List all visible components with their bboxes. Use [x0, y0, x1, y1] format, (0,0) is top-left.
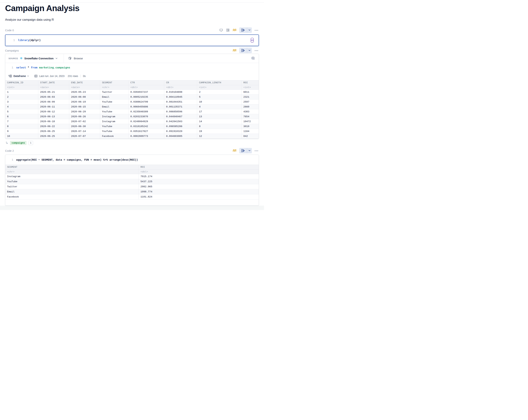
table-cell: 2321 [241, 95, 259, 100]
table-cell: Twitter [5, 184, 139, 189]
output-type-label: Dataframe [13, 75, 26, 78]
table-cell: 0.0235848389 [129, 109, 164, 114]
last-run-icon [34, 74, 38, 78]
column-header: SEGMENT [5, 165, 139, 170]
table-cell: 5437.225 [139, 179, 259, 184]
output-count-badge[interactable]: 1 [28, 141, 33, 145]
last-run-label: Last run: Jun 14, 2023 [39, 75, 64, 78]
table-cell: 0.001135371 [164, 104, 197, 109]
table-cell: 2020-06-15 [69, 104, 100, 109]
connection-name: Snowflake Connection [24, 57, 54, 60]
code0-code: library(dplyr) [18, 39, 41, 42]
table-cell: 10 [197, 100, 241, 104]
table-cell: 1101.824 [139, 194, 259, 199]
table-cell: 2020-06-18 [38, 119, 69, 124]
column-type: <date> [38, 85, 69, 90]
table-cell: 10472 [241, 119, 259, 124]
code-token [29, 66, 31, 69]
column-header: ROI [241, 80, 259, 85]
code2-editor-area: 1 aggregate(ROI ~ SEGMENT, data = campai… [5, 155, 259, 165]
table-row: 72020-06-182020-07-02Instagram0.02480649… [5, 119, 259, 124]
code-token: aggregate(ROI ~ SEGMENT, data = campaign… [16, 159, 138, 161]
browse-icon [68, 57, 72, 60]
table-cell: 2020-07-07 [69, 134, 100, 139]
run-button-group [239, 27, 252, 33]
page-title: Campaign Analysis [5, 3, 79, 13]
table-cell: Facebook [5, 194, 139, 199]
snowflake-icon: ❄ [20, 57, 22, 60]
table-cell: 5 [5, 109, 38, 114]
cell-label-code0: Code 0 [5, 29, 14, 32]
table-cell: 3010 [241, 124, 259, 129]
magic-icon[interactable] [233, 28, 237, 32]
layout-icon[interactable] [226, 28, 230, 32]
table-cell: 0.0248064929 [129, 119, 164, 124]
more-icon[interactable]: ••• [254, 49, 259, 52]
table-cell: 0.0351617027 [129, 129, 164, 134]
table-cell: Instagram [100, 114, 129, 119]
run-duration: 0s [83, 75, 86, 78]
sql-code: select * from marketing.campaigns [16, 66, 70, 69]
column-header: CAMPAIGN_ID [5, 80, 38, 85]
more-icon[interactable]: ••• [254, 29, 259, 32]
code0-toolbar: ••• [219, 27, 259, 33]
table-cell: 10 [5, 134, 38, 139]
run-options-chevron-down-icon[interactable] [247, 48, 252, 53]
table-row: CAMPAIGN_IDSTART_DATEEND_DATESEGMENTCTRC… [5, 80, 259, 85]
last-run-info: Last run: Jun 14, 2023 [34, 74, 64, 78]
table-cell: 0.086858596 [164, 109, 197, 114]
run-options-chevron-down-icon[interactable] [247, 148, 252, 153]
run-cell-button[interactable] [239, 27, 247, 33]
code0-cell: 1 library(dplyr) [5, 34, 259, 46]
code-token: library [18, 39, 29, 42]
column-header: CR [164, 80, 197, 85]
table-cell: YouTube [100, 124, 129, 129]
table-row: 92020-06-252020-07-14YouTube0.0351617027… [5, 129, 259, 134]
column-type: <chr> [100, 85, 129, 90]
magic-icon[interactable] [233, 149, 237, 153]
table-cell: 14 [197, 119, 241, 124]
table-cell: 4 [197, 104, 241, 109]
more-icon[interactable]: ••• [254, 149, 259, 152]
table-cell: 2020-06-11 [38, 104, 69, 109]
table-cell: 2020-05-23 [69, 90, 100, 95]
table-cell: 2020-07-02 [69, 119, 100, 124]
table-cell: 3 [5, 100, 38, 104]
table-cell: 2020-06-25 [38, 134, 69, 139]
campaigns-toolbar: ••• [233, 48, 259, 53]
table-cell: 2020-06-29 [69, 109, 100, 114]
table-cell: 2020-05-21 [38, 90, 69, 95]
schema-preview-icon[interactable] [251, 54, 255, 63]
sql-editor[interactable]: 1 select * from marketing.campaigns [6, 66, 256, 69]
code0-header-row: Code 0 ••• [5, 27, 259, 33]
source-connection-selector[interactable]: SOURCE ❄ Snowflake Connection [5, 54, 64, 63]
run-cell-button[interactable] [239, 148, 247, 153]
browse-button[interactable]: Browse [64, 54, 83, 63]
run-cell-button[interactable] [239, 48, 247, 53]
table-cell: Instagram [5, 174, 139, 179]
table-cell: Email [5, 189, 139, 194]
comment-icon[interactable] [219, 28, 223, 32]
column-type: <int> [197, 85, 241, 90]
code0-editor[interactable]: 1 library(dplyr) [5, 39, 259, 42]
table-row: YouTube5437.225 [5, 179, 259, 184]
column-header: SEGMENT [100, 80, 129, 85]
code2-code: aggregate(ROI ~ SEGMENT, data = campaign… [16, 159, 138, 161]
code2-editor[interactable]: 1 aggregate(ROI ~ SEGMENT, data = campai… [6, 159, 256, 161]
table-cell: 2020-06-12 [38, 109, 69, 114]
output-variable-chip[interactable]: campaigns [10, 141, 26, 145]
table-cell: Email [100, 95, 129, 100]
table-row: Instagram7915.174 [5, 174, 259, 179]
magic-icon[interactable] [233, 48, 237, 52]
output-type-dropdown[interactable]: Dataframe [8, 74, 29, 78]
run-options-chevron-down-icon[interactable] [247, 27, 252, 33]
cell-label-campaigns: Campaigns [5, 49, 19, 52]
table-cell: 4 [5, 104, 38, 109]
table-cell: 2020-06-26 [69, 114, 100, 119]
table-cell: 0.091910320 [164, 129, 197, 134]
code2-cell: 1 aggregate(ROI ~ SEGMENT, data = campai… [5, 155, 259, 206]
source-label: SOURCE [9, 57, 18, 59]
table-row: SEGMENTROI [5, 165, 259, 170]
table-cell: 7654 [241, 114, 259, 119]
table-cell: YouTube [5, 179, 139, 184]
